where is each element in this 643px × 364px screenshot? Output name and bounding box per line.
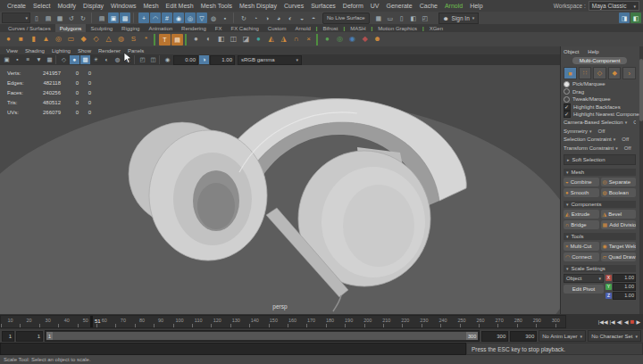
poly-torus-icon[interactable]: ◎ bbox=[53, 34, 64, 46]
menu-windows[interactable]: Windows bbox=[107, 3, 139, 9]
grid-toggle-icon[interactable]: ▦ bbox=[373, 12, 384, 23]
bevel-shelf-icon[interactable]: ◮ bbox=[278, 34, 289, 46]
selection-constraint-dropdown[interactable]: Selection Constraint Off bbox=[564, 136, 636, 145]
render-current-frame-icon[interactable]: ◑ bbox=[262, 12, 272, 23]
snap-point-icon[interactable]: ◉ bbox=[173, 12, 184, 23]
combine-shelf-icon[interactable]: ◪ bbox=[240, 34, 252, 46]
vertex-mode-icon[interactable]: ∷ bbox=[579, 67, 592, 79]
poly-pipe-icon[interactable]: ◍ bbox=[115, 34, 127, 46]
menu-mesh[interactable]: Mesh bbox=[139, 3, 162, 9]
axis-value-field[interactable]: 1.00 bbox=[613, 283, 636, 291]
playhead[interactable] bbox=[90, 316, 93, 327]
scale-mode-dropdown[interactable]: Object bbox=[564, 274, 604, 283]
select-object-icon[interactable]: ▣ bbox=[108, 12, 119, 23]
edit-pivot-button[interactable]: Edit Pivot bbox=[564, 285, 604, 294]
menu-modify[interactable]: Modify bbox=[54, 3, 79, 9]
toggle-character-controls-icon[interactable]: ◧ bbox=[630, 12, 641, 23]
poly-pyramid-icon[interactable]: △ bbox=[103, 34, 114, 46]
menu-create[interactable]: Create bbox=[4, 3, 29, 9]
panel-menu-view[interactable]: View bbox=[3, 48, 21, 54]
separator[interactable] bbox=[133, 12, 136, 23]
section-header-scale-settings[interactable]: Scale Settings bbox=[564, 265, 636, 272]
shelf-tab-rendering[interactable]: Rendering bbox=[177, 24, 211, 32]
render-settings-icon[interactable]: ◐ bbox=[285, 12, 296, 23]
menu-select[interactable]: Select bbox=[29, 3, 54, 9]
bevel-button[interactable]: ◮ Bevel bbox=[601, 210, 637, 219]
type-tool-icon[interactable]: T bbox=[159, 34, 171, 46]
use-all-lights-icon[interactable]: ☀ bbox=[91, 55, 101, 64]
smooth-button[interactable]: ● Smooth bbox=[564, 188, 599, 197]
poly-plane-icon[interactable]: ▭ bbox=[65, 34, 77, 46]
section-header-mesh[interactable]: Mesh bbox=[564, 169, 636, 176]
save-scene-icon[interactable]: ▦ bbox=[54, 12, 65, 23]
camera-attributes-icon[interactable]: ≡ bbox=[23, 55, 33, 64]
film-gate-icon[interactable]: ▭ bbox=[385, 12, 396, 23]
scale-x-field[interactable]: X 1.00 bbox=[605, 274, 636, 282]
toolkit-menu-object[interactable]: Object bbox=[564, 49, 579, 54]
redo-icon[interactable]: ↻ bbox=[78, 12, 88, 23]
no-live-surface-button[interactable]: No Live Surface bbox=[322, 12, 370, 24]
exposure-icon[interactable]: ◉ bbox=[163, 55, 172, 64]
new-scene-icon[interactable]: ▯ bbox=[31, 12, 42, 23]
exposure-field[interactable]: 0.00 bbox=[173, 55, 198, 65]
menu-help[interactable]: Help bbox=[466, 3, 486, 9]
face-mode-icon[interactable]: ◆ bbox=[608, 67, 622, 79]
boolean-button[interactable]: ◍ Boolean bbox=[601, 188, 637, 197]
range-slider-track[interactable]: 1 300 bbox=[45, 330, 480, 342]
range-end-handle[interactable]: 300 bbox=[466, 332, 478, 340]
crease-tool-icon[interactable]: ◧ bbox=[215, 34, 227, 46]
scrollbar-thumb[interactable] bbox=[639, 59, 643, 121]
snap-projected-center-icon[interactable]: ◎ bbox=[185, 12, 196, 23]
poly-cube-icon[interactable]: ■ bbox=[15, 34, 27, 46]
gamma-icon[interactable]: ◑ bbox=[199, 55, 209, 64]
menu-curves[interactable]: Curves bbox=[280, 3, 307, 9]
shelf-tab-curves-surfaces[interactable]: Curves / Surfaces bbox=[4, 24, 55, 32]
snap-grid-icon[interactable]: # bbox=[162, 12, 172, 23]
shelf-tab-rigging[interactable]: Rigging bbox=[117, 24, 144, 32]
separator[interactable] bbox=[134, 55, 137, 64]
shelf-tab-sculpting[interactable]: Sculpting bbox=[86, 24, 117, 32]
bridge-shelf-icon[interactable]: ∩ bbox=[290, 34, 302, 46]
gate-mask-icon[interactable]: ◧ bbox=[408, 12, 419, 23]
symmetry-dropdown[interactable]: Symmetry Off bbox=[564, 127, 636, 136]
mash-dynamics-icon[interactable]: ◎ bbox=[334, 34, 346, 46]
panel-menu-shading[interactable]: Shading bbox=[21, 48, 48, 54]
separate-button[interactable]: ◎ Separate bbox=[601, 178, 637, 186]
separator[interactable] bbox=[159, 55, 162, 64]
menu-generate[interactable]: Generate bbox=[383, 3, 416, 9]
axis-value-field[interactable]: 1.00 bbox=[613, 274, 636, 282]
ipr-render-icon[interactable]: ◕ bbox=[273, 12, 284, 23]
open-scene-icon[interactable]: ▤ bbox=[43, 12, 54, 23]
toolkit-menu-help[interactable]: Help bbox=[588, 49, 598, 54]
multi-cut-button[interactable]: × Multi-Cut bbox=[564, 242, 599, 251]
menu-mesh-tools[interactable]: Mesh Tools bbox=[197, 3, 236, 9]
connect-button[interactable]: ◠ Connect bbox=[564, 252, 599, 261]
lock-selection-icon[interactable]: ▪ bbox=[220, 12, 230, 23]
highlight-backfaces-checkbox[interactable]: Highlight Backfaces bbox=[564, 103, 636, 112]
shelf-tab-arnold[interactable]: Arnold bbox=[291, 24, 315, 32]
xray-icon[interactable]: ◫ bbox=[148, 55, 158, 64]
playback-end-field[interactable]: 300 bbox=[481, 331, 508, 342]
panel-menu-lighting[interactable]: Lighting bbox=[48, 48, 74, 54]
menu-edit-mesh[interactable]: Edit Mesh bbox=[163, 3, 197, 9]
shelf-separator[interactable] bbox=[154, 34, 157, 46]
mirror-icon[interactable]: ◫ bbox=[228, 34, 239, 46]
soft-selection-header[interactable]: Soft Selection bbox=[564, 154, 636, 165]
poly-cylinder-icon[interactable]: ▮ bbox=[28, 34, 39, 46]
menu-display[interactable]: Display bbox=[79, 3, 107, 9]
drag-radio[interactable]: Drag bbox=[564, 88, 636, 96]
character-set-dropdown[interactable]: No Character Set bbox=[588, 330, 641, 342]
panel-menu-panels[interactable]: Panels bbox=[124, 48, 147, 54]
shelf-tab-mash[interactable]: MASH bbox=[346, 24, 370, 32]
shadows-icon[interactable]: ◐ bbox=[102, 55, 112, 64]
shelf-tab-custom[interactable]: Custom bbox=[263, 24, 291, 32]
sign-in-button[interactable]: ☻ Sign In bbox=[438, 12, 480, 24]
extrude-shelf-icon[interactable]: ◭ bbox=[265, 34, 277, 46]
ambient-occlusion-icon[interactable]: ◍ bbox=[113, 55, 122, 64]
shelf-tab-fx-caching[interactable]: FX Caching bbox=[226, 24, 263, 32]
play-backwards-button[interactable]: ◀ bbox=[624, 319, 629, 325]
extrude-button[interactable]: ◭ Extrude bbox=[564, 210, 599, 219]
menu-surfaces[interactable]: Surfaces bbox=[307, 3, 339, 9]
pick-marquee-radio[interactable]: Pick/Marquee bbox=[564, 80, 636, 88]
timeline[interactable]: 1020304050607080901001101201301401501601… bbox=[0, 315, 566, 328]
